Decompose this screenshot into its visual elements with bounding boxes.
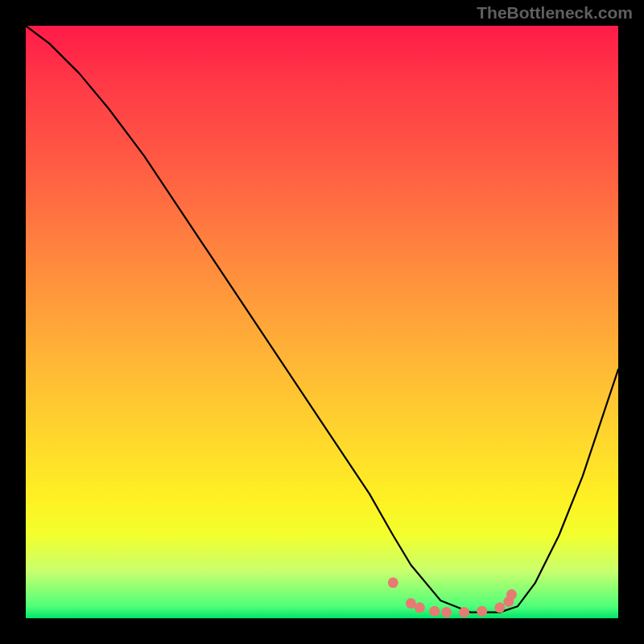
- chart-curve: [26, 26, 618, 613]
- chart-plot-area: [26, 26, 618, 618]
- chart-marker: [506, 589, 517, 600]
- watermark-text: TheBottleneck.com: [477, 3, 633, 23]
- chart-marker: [429, 606, 440, 617]
- chart-marker: [441, 607, 452, 617]
- chart-marker: [494, 602, 505, 613]
- chart-markers: [388, 577, 517, 617]
- chart-overlay-svg: [26, 26, 618, 618]
- chart-marker: [459, 607, 469, 617]
- chart-marker: [415, 602, 425, 613]
- chart-marker: [388, 577, 398, 588]
- chart-marker: [477, 606, 487, 617]
